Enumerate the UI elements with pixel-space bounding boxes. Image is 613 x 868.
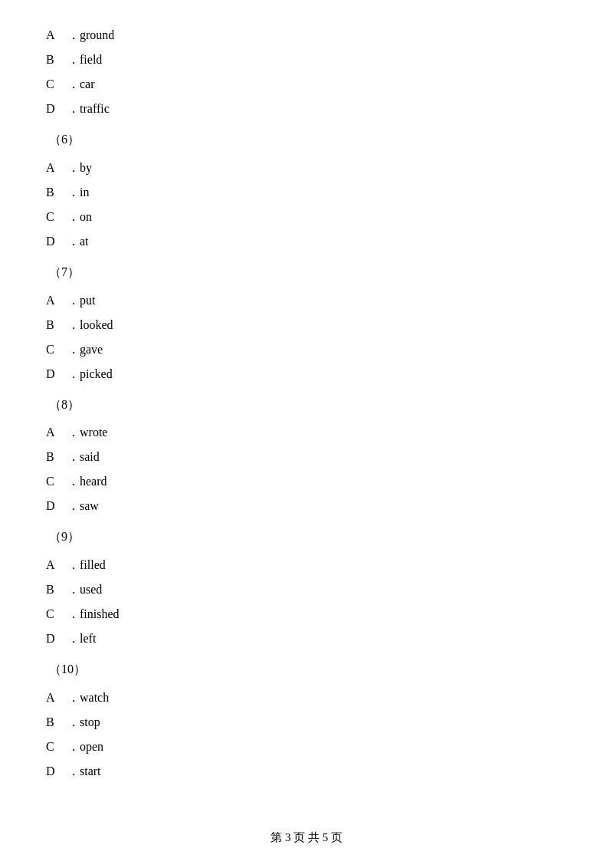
option-text-0-2: car <box>80 72 95 97</box>
option-text-0-3: traffic <box>80 97 110 121</box>
option-5-3: D．start <box>46 759 567 784</box>
option-3-3: D．saw <box>46 494 567 518</box>
option-text-2-3: picked <box>80 362 113 386</box>
option-dot-2-0: ． <box>67 288 80 313</box>
option-letter-2-2: C <box>46 337 67 362</box>
option-letter-2-1: B <box>46 313 67 337</box>
option-text-5-1: stop <box>80 710 100 735</box>
option-dot-4-1: ． <box>67 577 80 602</box>
option-dot-3-0: ． <box>67 420 80 445</box>
option-dot-2-1: ． <box>67 313 80 337</box>
option-4-0: A．filled <box>46 553 567 577</box>
option-0-2: C．car <box>46 72 567 97</box>
option-text-1-3: at <box>80 229 89 254</box>
option-dot-2-2: ． <box>67 337 80 362</box>
question-number-1: （6） <box>46 129 567 151</box>
option-letter-3-0: A <box>46 420 67 445</box>
option-text-0-1: field <box>80 48 102 72</box>
option-letter-1-1: B <box>46 180 67 205</box>
question-number-3: （8） <box>46 394 567 416</box>
question-number-2: （7） <box>46 261 567 284</box>
option-4-1: B．used <box>46 577 567 602</box>
option-letter-0-1: B <box>46 48 67 72</box>
option-1-0: A．by <box>46 156 567 180</box>
option-3-1: B．said <box>46 445 567 469</box>
page-footer: 第 3 页 共 5 页 <box>0 830 613 845</box>
option-dot-5-1: ． <box>67 710 80 735</box>
option-3-2: C．heard <box>46 469 567 494</box>
option-1-1: B．in <box>46 180 567 205</box>
option-dot-4-2: ． <box>67 602 80 626</box>
option-letter-5-1: B <box>46 710 67 735</box>
option-0-0: A．ground <box>46 23 567 48</box>
option-letter-4-3: D <box>46 626 67 651</box>
option-text-4-0: filled <box>80 553 106 577</box>
option-letter-5-3: D <box>46 759 67 784</box>
option-text-3-2: heard <box>80 469 107 494</box>
option-letter-1-3: D <box>46 229 67 254</box>
option-text-1-1: in <box>80 180 89 205</box>
option-letter-0-2: C <box>46 72 67 97</box>
option-4-2: C．finished <box>46 602 567 626</box>
option-text-4-3: left <box>80 626 96 651</box>
option-text-5-2: open <box>80 735 103 759</box>
footer-text: 第 3 页 共 5 页 <box>270 831 343 843</box>
option-dot-0-0: ． <box>67 23 80 48</box>
option-0-3: D．traffic <box>46 97 567 121</box>
option-dot-1-2: ． <box>67 205 80 229</box>
question-number-5: （10） <box>46 659 567 681</box>
option-letter-2-3: D <box>46 362 67 386</box>
option-dot-3-3: ． <box>67 494 80 518</box>
option-2-3: D．picked <box>46 362 567 386</box>
option-letter-4-0: A <box>46 553 67 577</box>
option-dot-1-3: ． <box>67 229 80 254</box>
option-text-1-2: on <box>80 205 92 229</box>
option-dot-4-3: ． <box>67 626 80 651</box>
option-text-4-2: finished <box>80 602 120 626</box>
option-dot-3-1: ． <box>67 445 80 469</box>
option-text-3-3: saw <box>80 494 99 518</box>
option-5-1: B．stop <box>46 710 567 735</box>
option-letter-4-1: B <box>46 577 67 602</box>
option-text-2-0: put <box>80 288 95 313</box>
page-content: A．groundB．fieldC．carD．traffic（6）A．byB．in… <box>0 0 613 830</box>
option-letter-3-3: D <box>46 494 67 518</box>
option-dot-2-3: ． <box>67 362 80 386</box>
option-letter-4-2: C <box>46 602 67 626</box>
option-letter-5-0: A <box>46 686 67 710</box>
question-number-4: （9） <box>46 526 567 548</box>
option-letter-3-1: B <box>46 445 67 469</box>
option-3-0: A．wrote <box>46 420 567 445</box>
option-letter-1-2: C <box>46 205 67 229</box>
option-letter-2-0: A <box>46 288 67 313</box>
option-letter-0-3: D <box>46 97 67 121</box>
option-5-0: A．watch <box>46 686 567 710</box>
option-2-0: A．put <box>46 288 567 313</box>
option-0-1: B．field <box>46 48 567 72</box>
option-letter-5-2: C <box>46 735 67 759</box>
option-text-1-0: by <box>80 156 92 180</box>
option-dot-5-0: ． <box>67 686 80 710</box>
option-text-0-0: ground <box>80 23 114 48</box>
option-text-3-1: said <box>80 445 100 469</box>
option-dot-5-3: ． <box>67 759 80 784</box>
option-text-4-1: used <box>80 577 102 602</box>
option-letter-3-2: C <box>46 469 67 494</box>
option-dot-3-2: ． <box>67 469 80 494</box>
option-1-3: D．at <box>46 229 567 254</box>
option-dot-1-1: ． <box>67 180 80 205</box>
option-text-5-0: watch <box>80 686 109 710</box>
option-dot-0-3: ． <box>67 97 80 121</box>
option-dot-0-1: ． <box>67 48 80 72</box>
option-dot-1-0: ． <box>67 156 80 180</box>
option-letter-0-0: A <box>46 23 67 48</box>
option-text-2-1: looked <box>80 313 113 337</box>
option-2-1: B．looked <box>46 313 567 337</box>
option-dot-5-2: ． <box>67 735 80 759</box>
option-letter-1-0: A <box>46 156 67 180</box>
option-text-3-0: wrote <box>80 420 107 445</box>
option-4-3: D．left <box>46 626 567 651</box>
option-dot-4-0: ． <box>67 553 80 577</box>
option-text-2-2: gave <box>80 337 103 362</box>
option-2-2: C．gave <box>46 337 567 362</box>
